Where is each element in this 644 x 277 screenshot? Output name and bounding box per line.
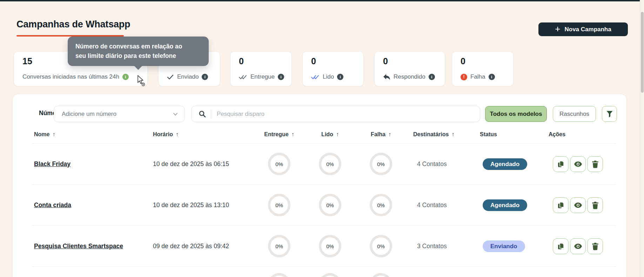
whatsapp-campaigns-page: Campanhas de Whatsapp + Nova Campanha 15… — [0, 0, 644, 277]
failed-progress-circle — [370, 273, 392, 277]
stat-label: Lido — [323, 73, 334, 80]
campaign-name-link[interactable]: Pesquisa Clientes Smartspace — [34, 226, 123, 266]
copy-icon — [557, 202, 565, 209]
check-icon — [167, 74, 174, 80]
read-progress-circle: 0% — [319, 153, 341, 175]
read-progress-circle: 0% — [319, 194, 341, 216]
column-header-time[interactable]: Horário ↑ — [153, 131, 179, 138]
table-row-partial — [32, 264, 616, 277]
stat-value: 0 — [239, 56, 244, 66]
filter-button[interactable] — [602, 106, 617, 122]
stat-value: 15 — [22, 56, 32, 66]
column-header-delivered[interactable]: Entregue ↑ — [264, 131, 294, 138]
campaign-time: 09 de dez de 2025 às 09:42 — [153, 226, 229, 266]
search-input[interactable] — [216, 110, 474, 118]
info-icon[interactable]: i — [337, 74, 343, 80]
search-divider — [211, 110, 211, 119]
delivered-progress-circle — [268, 273, 290, 277]
number-select-placeholder: Adicione um número — [62, 111, 173, 118]
row-actions — [553, 197, 603, 213]
campaign-time: 10 de dez de 2025 às 13:10 — [153, 185, 229, 225]
page-title: Campanhas de Whatsapp — [16, 19, 130, 30]
all-models-filter-button[interactable]: Todos os modelos — [485, 106, 547, 122]
eye-icon — [574, 161, 582, 167]
new-campaign-label: Nova Campanha — [564, 26, 611, 33]
campaign-name-link[interactable]: Black Friday — [34, 144, 71, 184]
stat-value: 0 — [311, 56, 316, 66]
number-select[interactable]: Adicione um número — [54, 106, 185, 122]
duplicate-button[interactable] — [553, 197, 569, 213]
stat-card-replied: 0 Respondido i — [374, 51, 445, 86]
stat-card-read: 0 Lido i — [302, 51, 364, 86]
info-icon[interactable]: i — [489, 74, 495, 80]
campaign-time: 10 de dez de 2025 às 06:15 — [153, 144, 229, 184]
conversations-tooltip: Número de conversas em relação ao seu li… — [68, 37, 209, 66]
sort-asc-icon: ↑ — [176, 131, 179, 138]
read-progress-circle — [319, 273, 341, 277]
duplicate-button[interactable] — [553, 156, 569, 172]
sort-asc-icon: ↑ — [52, 131, 55, 138]
mouse-cursor — [137, 75, 146, 88]
stat-label: Enviado — [177, 73, 199, 80]
stat-card-delivered: 0 Entregue i — [230, 51, 292, 86]
sort-asc-icon: ↑ — [388, 131, 391, 138]
search-icon — [199, 110, 206, 118]
info-icon[interactable]: i — [429, 74, 435, 80]
row-actions — [553, 238, 603, 254]
row-actions — [553, 156, 603, 172]
vertical-scrollbar-thumb[interactable] — [641, 12, 644, 93]
delete-button[interactable] — [587, 238, 603, 254]
double-check-icon — [239, 74, 247, 80]
reply-arrow-icon — [383, 74, 390, 80]
copy-icon — [557, 160, 565, 168]
campaigns-panel: Número: Adicione um número Todos os mode… — [12, 94, 627, 277]
delete-button[interactable] — [587, 197, 603, 213]
vertical-scrollbar-track[interactable] — [640, 0, 644, 277]
status-badge: Agendado — [483, 199, 527, 211]
trash-icon — [592, 243, 599, 250]
recipients-count: 4 Contatos — [417, 144, 447, 184]
info-icon[interactable]: i — [122, 74, 129, 80]
stat-label: Falha — [470, 73, 485, 80]
trash-icon — [592, 202, 599, 209]
delivered-progress-circle: 0% — [268, 235, 290, 257]
column-header-recipients[interactable]: Destinatários ↑ — [413, 131, 454, 138]
sort-asc-icon: ↑ — [336, 131, 339, 138]
info-icon[interactable]: i — [202, 74, 208, 80]
view-button[interactable] — [570, 156, 586, 172]
table-row: Conta criada 10 de dez de 2025 às 13:10 … — [32, 185, 616, 226]
column-header-actions: Ações — [549, 131, 565, 138]
stat-label: Respondido — [394, 73, 425, 80]
info-icon[interactable]: i — [278, 74, 284, 80]
recipients-count: 3 Contatos — [417, 226, 447, 266]
column-header-read[interactable]: Lido ↑ — [321, 131, 339, 138]
sort-asc-icon: ↑ — [451, 131, 454, 138]
stat-value: 0 — [383, 56, 388, 66]
eye-icon — [574, 202, 582, 208]
duplicate-button[interactable] — [553, 238, 569, 254]
table-row: Black Friday 10 de dez de 2025 às 06:15 … — [32, 144, 616, 185]
column-header-name[interactable]: Nome ↑ — [34, 131, 55, 138]
drafts-filter-button[interactable]: Rascunhos — [553, 106, 596, 122]
view-button[interactable] — [570, 238, 586, 254]
table-header-row: Nome ↑ Horário ↑ Entregue ↑ Lido ↑ Falha… — [32, 128, 616, 144]
sort-asc-icon: ↑ — [291, 131, 294, 138]
delete-button[interactable] — [587, 156, 603, 172]
recipients-count: 4 Contatos — [417, 185, 447, 225]
double-check-blue-icon — [311, 74, 320, 80]
plus-icon: + — [555, 24, 560, 33]
campaign-name-link[interactable]: Conta criada — [34, 185, 71, 225]
delivered-progress-circle: 0% — [268, 194, 290, 216]
trash-icon — [592, 160, 599, 168]
stat-value: 0 — [461, 56, 465, 66]
delivered-progress-circle: 0% — [268, 153, 290, 175]
column-header-failed[interactable]: Falha ↑ — [371, 131, 391, 138]
tooltip-line-1: Número de conversas em relação ao — [75, 42, 201, 51]
chevron-down-icon — [173, 112, 178, 116]
table-row: Pesquisa Clientes Smartspace 09 de dez d… — [32, 226, 616, 267]
copy-icon — [557, 243, 565, 250]
status-badge: Enviando — [483, 240, 525, 252]
new-campaign-button[interactable]: + Nova Campanha — [538, 22, 628, 36]
view-button[interactable] — [570, 197, 586, 213]
failed-progress-circle: 0% — [370, 194, 392, 216]
